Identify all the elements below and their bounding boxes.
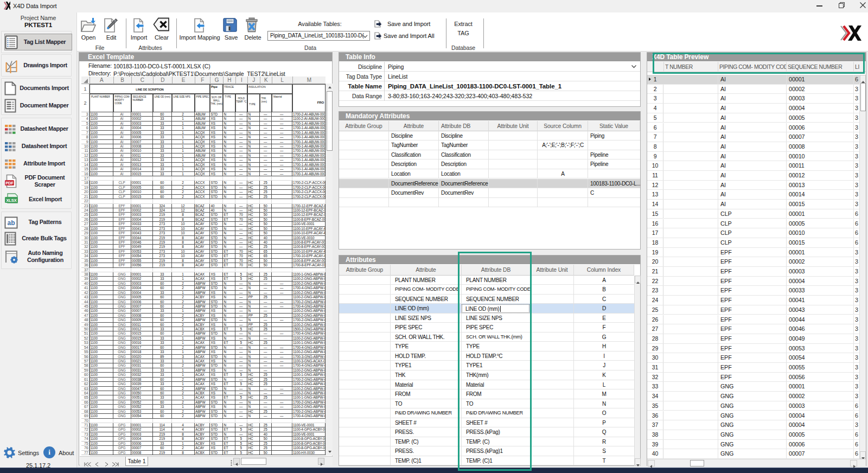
svg-text:XLSX: XLSX [6, 198, 16, 203]
svg-text:PDF: PDF [5, 181, 14, 186]
svg-text:ab: ab [8, 219, 15, 227]
